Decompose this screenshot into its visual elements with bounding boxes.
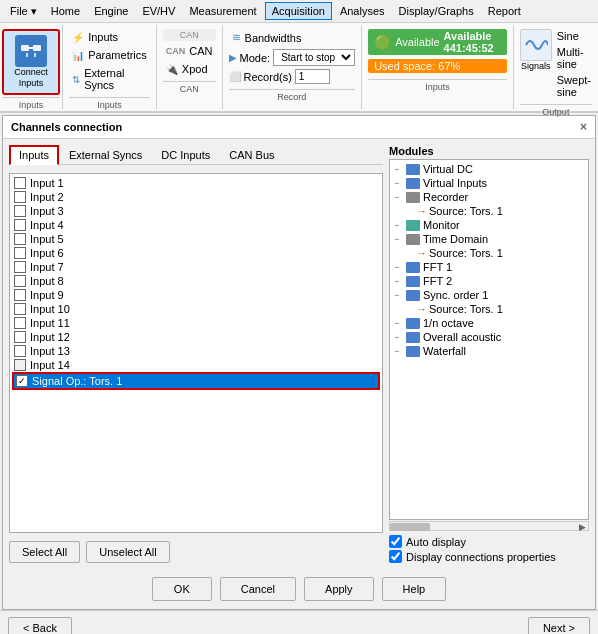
checkbox-10[interactable] — [14, 303, 26, 315]
record-label: Record(s) — [244, 71, 292, 83]
list-item[interactable]: Input 12 — [12, 330, 380, 344]
select-all-button[interactable]: Select All — [9, 541, 80, 563]
inputs-row[interactable]: ⚡ Inputs — [69, 29, 150, 45]
tree-item-recorder[interactable]: − Recorder — [392, 190, 586, 204]
dialog-title-bar: Channels connection × — [3, 116, 595, 139]
menu-engine[interactable]: Engine — [88, 3, 134, 19]
list-item[interactable]: Input 7 — [12, 260, 380, 274]
back-button[interactable]: < Back — [8, 617, 72, 634]
can-label: CAN — [189, 45, 212, 57]
menu-analyses[interactable]: Analyses — [334, 3, 391, 19]
checkbox-5[interactable] — [14, 233, 26, 245]
display-connections-checkbox[interactable] — [389, 550, 402, 563]
list-item[interactable]: Input 3 — [12, 204, 380, 218]
tree-item-monitor[interactable]: − Monitor — [392, 218, 586, 232]
auto-display-checkbox[interactable] — [389, 535, 402, 548]
tree-item-time-domain[interactable]: − Time Domain — [392, 232, 586, 246]
input-list[interactable]: Input 1 Input 2 Input 3 Input 4 Input 5 … — [9, 173, 383, 533]
octave-icon — [406, 318, 420, 329]
tree-item-recorder-source[interactable]: → Source: Tors. 1 — [392, 204, 586, 218]
checkbox-14[interactable] — [14, 359, 26, 371]
tab-external-syncs[interactable]: External Syncs — [60, 145, 151, 164]
checkbox-signal-op[interactable]: ✓ — [16, 375, 28, 387]
xpod-row[interactable]: 🔌 Xpod — [163, 61, 216, 77]
list-item[interactable]: Input 13 — [12, 344, 380, 358]
mode-select[interactable]: Start to stop — [273, 49, 355, 66]
recorder-label: Recorder — [423, 191, 468, 203]
tab-dc-inputs[interactable]: DC Inputs — [152, 145, 219, 164]
monitor-icon — [406, 220, 420, 231]
tree-item-virtual-dc[interactable]: − Virtual DC — [392, 162, 586, 176]
checkbox-13[interactable] — [14, 345, 26, 357]
tree-item-sync-source[interactable]: → Source: Tors. 1 — [392, 302, 586, 316]
help-button[interactable]: Help — [382, 577, 447, 601]
menu-measurement[interactable]: Measurement — [183, 3, 262, 19]
list-item[interactable]: Input 2 — [12, 190, 380, 204]
menu-display[interactable]: Display/Graphs — [393, 3, 480, 19]
unselect-all-button[interactable]: Unselect All — [86, 541, 169, 563]
external-syncs-row[interactable]: ⇅ External Syncs — [69, 65, 150, 93]
next-button[interactable]: Next > — [528, 617, 590, 634]
tab-can-bus[interactable]: CAN Bus — [220, 145, 283, 164]
sine-row[interactable]: Sine — [556, 29, 592, 43]
tab-inputs[interactable]: Inputs — [9, 145, 59, 165]
sync-source-arrow: → — [416, 303, 427, 315]
list-item[interactable]: Input 8 — [12, 274, 380, 288]
checkbox-8[interactable] — [14, 275, 26, 287]
connect-inputs-label: Connect Inputs — [10, 67, 52, 89]
ok-button[interactable]: OK — [152, 577, 212, 601]
checkbox-1[interactable] — [14, 177, 26, 189]
overall-acoustic-icon — [406, 332, 420, 343]
horizontal-scrollbar[interactable]: ▶ — [389, 521, 589, 531]
apply-button[interactable]: Apply — [304, 577, 374, 601]
signal-op-label: Signal Op.: Tors. 1 — [32, 375, 122, 387]
parametrics-row[interactable]: 📊 Parametrics — [69, 47, 150, 63]
list-item-signal-op[interactable]: ✓ Signal Op.: Tors. 1 — [12, 372, 380, 390]
swept-sine-row[interactable]: Swept-sine — [556, 73, 592, 99]
menu-file[interactable]: File ▾ — [4, 3, 43, 20]
parametrics-label: Parametrics — [88, 49, 147, 61]
tree-item-fft2[interactable]: − FFT 2 — [392, 274, 586, 288]
menu-evhv[interactable]: EV/HV — [136, 3, 181, 19]
list-item[interactable]: Input 6 — [12, 246, 380, 260]
list-item[interactable]: Input 10 — [12, 302, 380, 316]
can-row[interactable]: CAN CAN — [163, 43, 216, 59]
tree-item-time-domain-source[interactable]: → Source: Tors. 1 — [392, 246, 586, 260]
list-item[interactable]: Input 9 — [12, 288, 380, 302]
bandwidths-row[interactable]: ≋ Bandwidths — [229, 29, 356, 46]
tree-item-waterfall[interactable]: − Waterfall — [392, 344, 586, 358]
tree-item-virtual-inputs[interactable]: − Virtual Inputs — [392, 176, 586, 190]
checkbox-7[interactable] — [14, 261, 26, 273]
list-item[interactable]: Input 14 — [12, 358, 380, 372]
svg-rect-1 — [33, 45, 41, 51]
list-item[interactable]: Input 5 — [12, 232, 380, 246]
multi-sine-row[interactable]: Multi-sine — [556, 45, 592, 71]
menu-home[interactable]: Home — [45, 3, 86, 19]
signals-big-label: Signals — [521, 61, 551, 71]
records-input[interactable] — [295, 69, 330, 84]
menu-acquisition[interactable]: Acquisition — [265, 2, 332, 20]
tree-item-1n-octave[interactable]: − 1/n octave — [392, 316, 586, 330]
tree-item-fft1[interactable]: − FFT 1 — [392, 260, 586, 274]
tree-item-sync-order[interactable]: − Sync. order 1 — [392, 288, 586, 302]
modules-tree[interactable]: − Virtual DC − Virtual Inputs − Recorder… — [389, 159, 589, 520]
cancel-button[interactable]: Cancel — [220, 577, 296, 601]
checkbox-9[interactable] — [14, 289, 26, 301]
tree-item-overall-acoustic[interactable]: − Overall acoustic — [392, 330, 586, 344]
checkbox-6[interactable] — [14, 247, 26, 259]
checkbox-11[interactable] — [14, 317, 26, 329]
checkbox-4[interactable] — [14, 219, 26, 231]
fft1-icon — [406, 262, 420, 273]
checkbox-2[interactable] — [14, 191, 26, 203]
list-item[interactable]: Input 4 — [12, 218, 380, 232]
scroll-right-btn[interactable]: ▶ — [577, 522, 588, 532]
available-label: Available — [395, 36, 439, 48]
checkbox-3[interactable] — [14, 205, 26, 217]
list-item[interactable]: Input 1 — [12, 176, 380, 190]
list-item[interactable]: Input 11 — [12, 316, 380, 330]
connect-inputs-button[interactable]: Connect Inputs — [2, 29, 60, 95]
close-button[interactable]: × — [580, 120, 587, 134]
menu-report[interactable]: Report — [482, 3, 527, 19]
checkbox-12[interactable] — [14, 331, 26, 343]
external-syncs-icon: ⇅ — [72, 74, 80, 85]
